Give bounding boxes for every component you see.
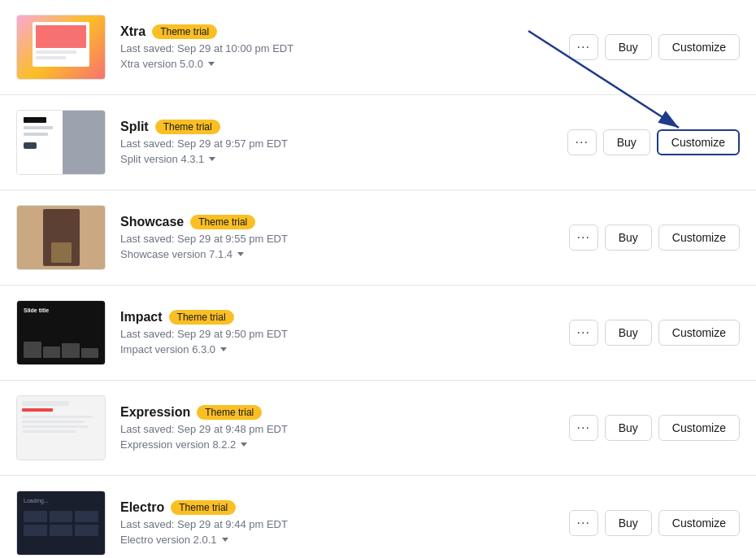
theme-item-split: SplitTheme trialLast saved: Sep 29 at 9:…	[0, 95, 756, 190]
theme-item-expression: ExpressionTheme trialLast saved: Sep 29 …	[0, 381, 756, 476]
theme-version-row-split[interactable]: Split version 4.3.1	[120, 153, 553, 165]
theme-save-date-expression: Last saved: Sep 29 at 9:48 pm EDT	[120, 423, 554, 435]
theme-save-date-xtra: Last saved: Sep 29 at 10:00 pm EDT	[120, 42, 554, 54]
thumbnail-showcase	[16, 205, 106, 270]
theme-version-row-expression[interactable]: Expression version 8.2.2	[120, 438, 554, 451]
theme-trial-badge-electro: Theme trial	[171, 500, 236, 515]
theme-actions-electro: ···BuyCustomize	[569, 510, 740, 536]
chevron-down-icon-xtra	[208, 62, 215, 66]
theme-name-row-showcase: ShowcaseTheme trial	[120, 215, 554, 229]
customize-button-xtra[interactable]: Customize	[658, 34, 740, 60]
customize-button-split[interactable]: Customize	[657, 129, 740, 155]
theme-version-text-split: Split version 4.3.1	[120, 153, 204, 165]
more-button-expression[interactable]: ···	[569, 415, 598, 441]
theme-list: XtraTheme trialLast saved: Sep 29 at 10:…	[0, 0, 756, 558]
theme-info-impact: ImpactTheme trialLast saved: Sep 29 at 9…	[120, 310, 554, 355]
thumbnail-impact: Slide title	[16, 300, 106, 365]
theme-name-row-split: SplitTheme trial	[120, 120, 553, 134]
theme-info-xtra: XtraTheme trialLast saved: Sep 29 at 10:…	[120, 24, 554, 70]
more-button-split[interactable]: ···	[567, 129, 597, 155]
theme-name-row-impact: ImpactTheme trial	[120, 310, 554, 325]
theme-name-electro: Electro	[120, 500, 164, 515]
buy-button-expression[interactable]: Buy	[605, 415, 652, 441]
customize-button-expression[interactable]: Customize	[658, 415, 740, 441]
theme-name-expression: Expression	[120, 405, 190, 420]
theme-name-row-xtra: XtraTheme trial	[120, 24, 554, 39]
chevron-down-icon-split	[209, 157, 215, 161]
theme-item-electro: Loading... ElectroTheme trialLast saved:…	[0, 476, 756, 558]
theme-item-impact: Slide title ImpactTheme trialLast saved:…	[0, 286, 756, 381]
buy-button-showcase[interactable]: Buy	[605, 225, 652, 251]
theme-item-showcase: ShowcaseTheme trialLast saved: Sep 29 at…	[0, 190, 756, 286]
chevron-down-icon-impact	[220, 347, 227, 351]
theme-save-date-impact: Last saved: Sep 29 at 9:50 pm EDT	[120, 328, 554, 340]
theme-name-row-electro: ElectroTheme trial	[120, 500, 554, 515]
buy-button-electro[interactable]: Buy	[605, 510, 652, 536]
theme-version-row-electro[interactable]: Electro version 2.0.1	[120, 534, 554, 546]
thumbnail-split	[16, 110, 106, 175]
theme-actions-xtra: ···BuyCustomize	[569, 34, 740, 60]
theme-trial-badge-impact: Theme trial	[169, 310, 234, 325]
theme-name-showcase: Showcase	[120, 215, 184, 229]
theme-save-date-electro: Last saved: Sep 29 at 9:44 pm EDT	[120, 518, 554, 530]
more-button-impact[interactable]: ···	[569, 320, 598, 346]
theme-trial-badge-expression: Theme trial	[197, 405, 262, 420]
more-button-showcase[interactable]: ···	[569, 225, 598, 251]
theme-version-row-showcase[interactable]: Showcase version 7.1.4	[120, 248, 554, 260]
thumbnail-xtra	[16, 15, 106, 80]
theme-name-split: Split	[120, 120, 149, 134]
theme-name-impact: Impact	[120, 310, 163, 325]
theme-name-xtra: Xtra	[120, 24, 146, 39]
theme-version-row-xtra[interactable]: Xtra version 5.0.0	[120, 58, 554, 70]
customize-button-impact[interactable]: Customize	[658, 320, 740, 346]
theme-version-text-electro: Electro version 2.0.1	[120, 534, 217, 546]
thumbnail-electro: Loading...	[16, 490, 106, 556]
theme-save-date-showcase: Last saved: Sep 29 at 9:55 pm EDT	[120, 233, 554, 245]
chevron-down-icon-electro	[222, 538, 228, 542]
chevron-down-icon-expression	[241, 442, 247, 447]
more-button-electro[interactable]: ···	[569, 510, 598, 536]
theme-save-date-split: Last saved: Sep 29 at 9:57 pm EDT	[120, 137, 553, 150]
theme-item-xtra: XtraTheme trialLast saved: Sep 29 at 10:…	[0, 0, 756, 95]
more-button-xtra[interactable]: ···	[569, 34, 598, 60]
theme-version-text-impact: Impact version 6.3.0	[120, 343, 215, 355]
theme-actions-split: ···BuyCustomize	[567, 129, 740, 155]
theme-version-text-expression: Expression version 8.2.2	[120, 438, 236, 451]
theme-info-split: SplitTheme trialLast saved: Sep 29 at 9:…	[120, 120, 553, 165]
theme-trial-badge-showcase: Theme trial	[190, 215, 255, 229]
theme-info-expression: ExpressionTheme trialLast saved: Sep 29 …	[120, 405, 554, 451]
theme-info-showcase: ShowcaseTheme trialLast saved: Sep 29 at…	[120, 215, 554, 260]
chevron-down-icon-showcase	[237, 252, 244, 256]
buy-button-xtra[interactable]: Buy	[605, 34, 652, 60]
buy-button-split[interactable]: Buy	[603, 129, 650, 155]
theme-version-text-showcase: Showcase version 7.1.4	[120, 248, 232, 260]
thumbnail-expression	[16, 395, 106, 460]
customize-button-electro[interactable]: Customize	[658, 510, 740, 536]
theme-actions-expression: ···BuyCustomize	[569, 415, 740, 441]
theme-trial-badge-split: Theme trial	[155, 120, 220, 134]
theme-actions-impact: ···BuyCustomize	[569, 320, 740, 346]
theme-actions-showcase: ···BuyCustomize	[569, 225, 740, 251]
theme-name-row-expression: ExpressionTheme trial	[120, 405, 554, 420]
theme-version-text-xtra: Xtra version 5.0.0	[120, 58, 203, 70]
theme-trial-badge-xtra: Theme trial	[152, 24, 217, 39]
buy-button-impact[interactable]: Buy	[605, 320, 652, 346]
theme-info-electro: ElectroTheme trialLast saved: Sep 29 at …	[120, 500, 554, 546]
theme-version-row-impact[interactable]: Impact version 6.3.0	[120, 343, 554, 355]
customize-button-showcase[interactable]: Customize	[658, 225, 740, 251]
